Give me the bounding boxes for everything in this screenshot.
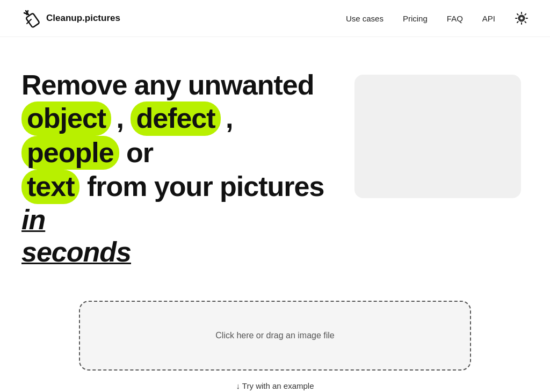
headline-in: in (21, 204, 45, 235)
main-nav: Use cases Pricing FAQ API (346, 11, 529, 25)
main-content: Remove any unwanted object , defect , pe… (0, 37, 550, 290)
highlight-people: people (21, 136, 119, 170)
upload-zone-text: Click here or drag an image file (215, 331, 334, 340)
upload-zone[interactable]: Click here or drag an image file (79, 301, 471, 371)
headline-from: from your pictures (79, 171, 324, 202)
nav-pricing[interactable]: Pricing (403, 14, 428, 23)
settings-icon[interactable] (515, 11, 529, 25)
highlight-defect: defect (131, 101, 220, 136)
svg-point-5 (520, 17, 524, 20)
highlight-object: object (21, 101, 111, 136)
try-example-link[interactable]: ↓ Try with an example (236, 381, 314, 390)
upload-section: Click here or drag an image file ↓ Try w… (0, 290, 550, 392)
nav-api[interactable]: API (482, 14, 495, 23)
nav-use-cases[interactable]: Use cases (346, 14, 383, 23)
svg-rect-3 (26, 13, 40, 27)
highlight-text: text (21, 170, 79, 204)
image-preview (354, 75, 521, 198)
headline: Remove any unwanted object , defect , pe… (21, 69, 333, 268)
logo-text: Cleanup.pictures (46, 13, 120, 24)
hero-text: Remove any unwanted object , defect , pe… (21, 69, 333, 268)
headline-seconds: seconds (21, 236, 131, 267)
logo-icon (21, 9, 41, 28)
headline-or: or (119, 137, 153, 168)
logo[interactable]: Cleanup.pictures (21, 9, 120, 28)
headline-line1: Remove any unwanted (21, 69, 314, 100)
nav-faq[interactable]: FAQ (447, 14, 463, 23)
